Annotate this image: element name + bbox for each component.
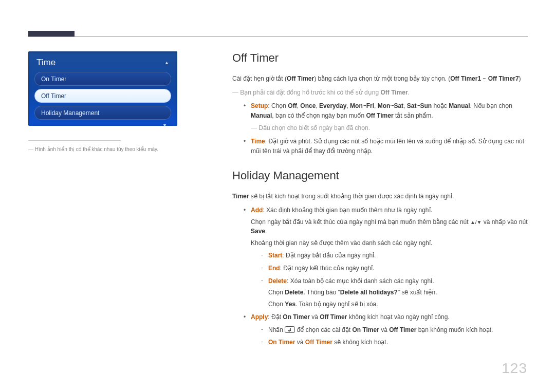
text: : Đặt ngày bắt đầu của ngày nghỉ. xyxy=(282,252,376,259)
text: và xyxy=(379,326,389,333)
start-item: Start: Đặt ngày bắt đầu của ngày nghỉ. xyxy=(261,251,528,260)
sidebar-caption: Hình ảnh hiển thị có thể khác nhau tùy t… xyxy=(28,146,177,153)
label: Setup xyxy=(251,102,268,109)
bold: On Timer xyxy=(352,326,379,333)
bold: Delete xyxy=(285,289,303,296)
bold: Off Timer xyxy=(320,313,347,321)
setup-subnote: Dấu chọn cho biết số ngày bạn đã chọn. xyxy=(251,123,528,133)
main-content: Off Timer Cài đặt hẹn giờ tắt (Off Timer… xyxy=(232,49,528,354)
opt: Manual xyxy=(449,102,470,109)
time-menu-panel: Time ▲ On Timer Off Timer Holiday Manage… xyxy=(28,51,177,126)
text: . Thông báo " xyxy=(303,289,340,296)
text: : Đặt xyxy=(268,313,283,321)
off-timer-list: Setup: Chọn Off, Once, Everyday, Mon~Fri… xyxy=(244,101,528,156)
text: , bạn có thể chọn ngày bạn muốn xyxy=(272,112,366,119)
label: Apply xyxy=(251,313,268,321)
bold: Off Timer1 xyxy=(450,75,481,82)
setup-item: Setup: Chọn Off, Once, Everyday, Mon~Fri… xyxy=(244,101,528,133)
arrow-icon: ▲/▼ xyxy=(470,219,482,225)
holiday-heading: Holiday Management xyxy=(232,167,528,184)
text: : Xóa toàn bộ các mục khỏi danh sách các… xyxy=(287,277,434,285)
sidebar: Time ▲ On Timer Off Timer Holiday Manage… xyxy=(28,51,177,153)
bold: Delete all holidays? xyxy=(340,289,398,296)
opt: Manual xyxy=(251,112,272,119)
chapter-tab xyxy=(28,31,75,36)
off-timer-clock-note: Bạn phải cài đặt đồng hồ trước khi có th… xyxy=(232,88,528,98)
menu-title-row: Time ▲ xyxy=(34,57,171,72)
holiday-intro: Timer sẽ bị tắt kích hoạt trong suốt kho… xyxy=(232,192,528,201)
add-item: Add: Xác định khoảng thời gian bạn muốn … xyxy=(244,206,528,309)
text: Dấu chọn cho biết số ngày bạn đã chọn. xyxy=(258,124,370,132)
bold: Yes xyxy=(285,301,295,308)
text: để chọn các cài đặt xyxy=(295,326,352,333)
opt: Sat~Sun xyxy=(407,102,432,109)
text: : Xác định khoảng thời gian bạn muốn thê… xyxy=(263,207,432,214)
off-timer-intro: Cài đặt hẹn giờ tắt (Off Timer) bằng các… xyxy=(232,74,528,84)
text: " sẽ xuất hiện. xyxy=(398,289,437,296)
opt: Once xyxy=(300,102,316,109)
bold: Timer xyxy=(232,193,249,200)
text: ~ xyxy=(481,75,488,82)
label: Time xyxy=(251,138,265,145)
text: và xyxy=(295,339,305,346)
label: End xyxy=(268,265,280,272)
page-number: 123 xyxy=(502,360,527,377)
header-divider xyxy=(28,36,528,37)
text: bạn không muốn kích hoạt. xyxy=(416,326,493,333)
delete-line3: Chọn Yes. Toàn bộ ngày nghỉ sẽ bị xóa. xyxy=(268,300,528,309)
menu-item-label: Off Timer xyxy=(41,92,66,100)
scroll-down-icon[interactable]: ▼ xyxy=(162,123,167,128)
add-line3: Khoảng thời gian này sẽ được thêm vào da… xyxy=(251,238,528,248)
apply-sub2: On Timer và Off Timer sẽ không kích hoạt… xyxy=(261,338,528,347)
add-line2: Chọn ngày bắt đầu và kết thúc của ngày n… xyxy=(251,217,528,236)
label: Start xyxy=(268,252,282,259)
bold: On Timer xyxy=(283,313,309,321)
text: Cài đặt hẹn giờ tắt ( xyxy=(232,75,287,82)
text: : Chọn xyxy=(268,102,288,109)
sidebar-divider xyxy=(28,140,121,141)
opt: Everyday xyxy=(319,102,346,109)
bold: Off Timer xyxy=(380,89,408,96)
text: và nhấp vào nút xyxy=(482,218,527,226)
menu-item-holiday[interactable]: Holiday Management xyxy=(34,106,171,120)
menu-item-label: On Timer xyxy=(41,76,66,83)
end-item: End: Đặt ngày kết thúc của ngày nghỉ. xyxy=(261,264,528,273)
bold: Off Timer xyxy=(287,75,314,82)
bold: Off Timer xyxy=(366,112,393,119)
menu-item-label: Holiday Management xyxy=(41,109,99,117)
label: Off Timer xyxy=(305,339,332,346)
delete-line2: Chọn Delete. Thông báo "Delete all holid… xyxy=(268,288,528,297)
delete-item: Delete: Xóa toàn bộ các mục khỏi danh sá… xyxy=(261,276,528,309)
label: On Timer xyxy=(268,339,295,346)
label: Delete xyxy=(268,277,287,285)
text: . xyxy=(265,228,267,235)
text: và xyxy=(310,313,320,321)
scroll-up-icon[interactable]: ▲ xyxy=(164,60,169,65)
menu-title: Time xyxy=(36,58,55,68)
text: Nhấn xyxy=(268,326,285,333)
holiday-list: Add: Xác định khoảng thời gian bạn muốn … xyxy=(244,206,528,347)
text: không kích hoạt vào ngày nghỉ công. xyxy=(347,313,449,321)
off-timer-heading: Off Timer xyxy=(232,49,528,67)
apply-sub1: Nhấn để chọn các cài đặt On Timer và Off… xyxy=(261,325,528,335)
text: Bạn phải cài đặt đồng hồ trước khi có th… xyxy=(240,89,380,96)
menu-item-off-timer[interactable]: Off Timer xyxy=(34,89,171,103)
opt: Mon~Fri xyxy=(350,102,374,109)
text: Chọn xyxy=(268,289,285,296)
menu-item-on-timer[interactable]: On Timer xyxy=(34,72,171,86)
text: Chọn ngày bắt đầu và kết thúc của ngày n… xyxy=(251,218,470,226)
opt: Off xyxy=(288,102,297,109)
apply-item: Apply: Đặt On Timer và Off Timer không k… xyxy=(244,312,528,347)
text: : Đặt giờ và phút. Sử dụng các nút số ho… xyxy=(251,138,524,155)
bold: Save xyxy=(251,228,265,235)
text: Chọn xyxy=(268,301,285,308)
text: . Toàn bộ ngày nghỉ sẽ bị xóa. xyxy=(295,301,378,308)
enter-key-icon xyxy=(285,326,295,333)
text: . xyxy=(408,89,410,96)
text: tắt sản phẩm. xyxy=(394,112,433,119)
bold: Off Timer xyxy=(389,326,416,333)
text: . Nếu bạn chọn xyxy=(470,102,512,109)
bold: Off Timer7 xyxy=(488,75,519,82)
text: ) xyxy=(519,75,521,82)
text: hoặc xyxy=(432,102,449,109)
